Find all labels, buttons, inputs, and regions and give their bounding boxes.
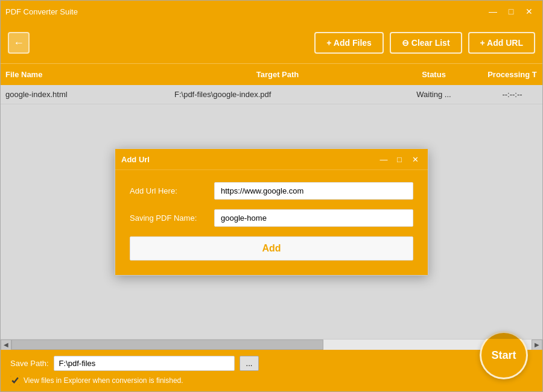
col-header-target: Target Path bbox=[170, 70, 386, 79]
modal-overlay: Add Url — □ ✕ Add Url Here: Saving PDF N… bbox=[1, 85, 542, 339]
title-bar: PDF Converter Suite — □ ✕ bbox=[1, 1, 542, 22]
maximize-button[interactable]: □ bbox=[503, 3, 519, 20]
add-files-button[interactable]: + Add Files bbox=[314, 32, 384, 54]
back-button[interactable]: ← bbox=[8, 32, 30, 54]
pdf-name-field: Saving PDF Name: bbox=[130, 209, 413, 227]
pdf-name-label: Saving PDF Name: bbox=[130, 213, 214, 223]
toolbar: ← + Add Files ⊖ Clear List + Add URL bbox=[1, 22, 542, 63]
horizontal-scrollbar[interactable]: ◀ ▶ bbox=[1, 339, 542, 350]
col-header-filename: File Name bbox=[1, 70, 170, 79]
modal-title: Add Url bbox=[121, 155, 150, 164]
url-input[interactable] bbox=[214, 182, 413, 200]
url-field: Add Url Here: bbox=[130, 182, 413, 200]
save-path-input[interactable] bbox=[54, 356, 235, 371]
modal-titlebar: Add Url — □ ✕ bbox=[115, 149, 428, 170]
save-path-label: Save Path: bbox=[10, 359, 49, 368]
add-url-button[interactable]: + Add URL bbox=[468, 32, 535, 54]
toolbar-group: + Add Files ⊖ Clear List + Add URL bbox=[314, 32, 535, 54]
modal-body: Add Url Here: Saving PDF Name: Add bbox=[115, 170, 428, 275]
back-icon: ← bbox=[13, 37, 24, 49]
add-url-modal: Add Url — □ ✕ Add Url Here: Saving PDF N… bbox=[115, 148, 428, 276]
app-title: PDF Converter Suite bbox=[5, 7, 78, 16]
close-button[interactable]: ✕ bbox=[521, 3, 538, 20]
modal-add-button[interactable]: Add bbox=[130, 236, 413, 261]
col-header-status: Status bbox=[386, 70, 482, 79]
title-bar-left: PDF Converter Suite bbox=[5, 7, 78, 16]
view-explorer-checkbox[interactable] bbox=[10, 376, 20, 385]
modal-minimize-button[interactable]: — bbox=[377, 153, 390, 166]
checkbox-row: View files in Explorer when conversion i… bbox=[10, 376, 533, 385]
browse-button[interactable]: ... bbox=[240, 356, 259, 371]
scroll-left-button[interactable]: ◀ bbox=[1, 340, 11, 350]
scroll-track[interactable] bbox=[11, 340, 532, 350]
bottom-section: Save Path: ... View files in Explorer wh… bbox=[1, 350, 542, 391]
col-header-processing: Processing T bbox=[482, 70, 542, 79]
url-label: Add Url Here: bbox=[130, 186, 214, 195]
bottom-bar: Save Path: ... View files in Explorer wh… bbox=[1, 350, 542, 391]
modal-maximize-button[interactable]: □ bbox=[393, 153, 406, 166]
minimize-button[interactable]: — bbox=[484, 3, 501, 20]
checkbox-label: View files in Explorer when conversion i… bbox=[24, 376, 183, 385]
modal-controls: — □ ✕ bbox=[377, 153, 422, 166]
column-headers: File Name Target Path Status Processing … bbox=[1, 63, 542, 85]
pdf-name-input[interactable] bbox=[214, 209, 413, 227]
clear-list-button[interactable]: ⊖ Clear List bbox=[390, 32, 462, 54]
modal-close-button[interactable]: ✕ bbox=[408, 153, 422, 166]
file-list-container: google-index.html F:\pdf-files\google-in… bbox=[1, 85, 542, 339]
scroll-right-button[interactable]: ▶ bbox=[532, 340, 542, 350]
save-path-row: Save Path: ... bbox=[10, 356, 533, 371]
title-controls: — □ ✕ bbox=[484, 3, 538, 20]
scroll-thumb[interactable] bbox=[11, 340, 323, 350]
